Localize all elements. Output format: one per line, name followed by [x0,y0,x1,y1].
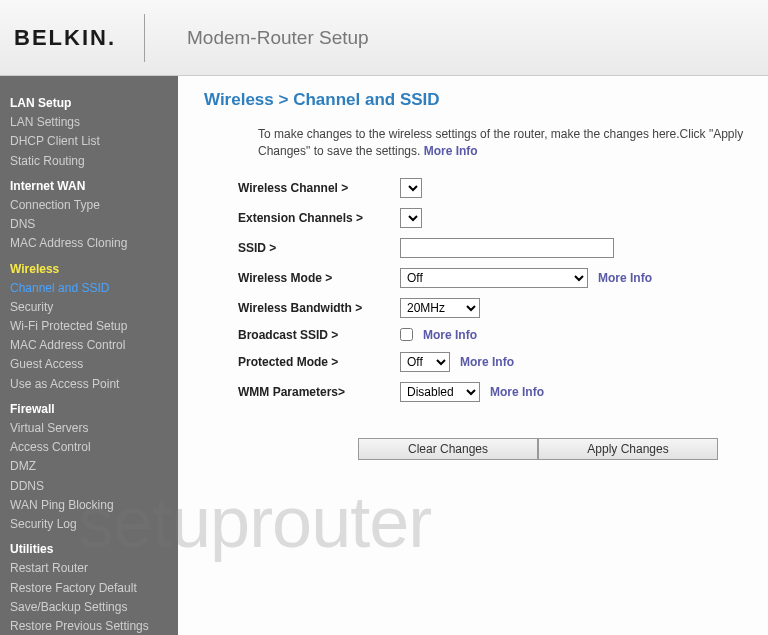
sidebar-section-head: LAN Setup [10,94,178,113]
sidebar-section-head: Utilities [10,540,178,559]
sidebar-item[interactable]: LAN Settings [10,113,178,132]
content: setuprouter Wireless > Channel and SSID … [178,76,768,635]
brand-logo: BELKIN. [0,14,145,62]
wireless-channel-select[interactable] [400,178,422,198]
sidebar-item[interactable]: Restore Factory Default [10,579,178,598]
protected-mode-label: Protected Mode > [238,355,400,369]
sidebar: LAN SetupLAN SettingsDHCP Client ListSta… [0,76,178,635]
sidebar-item[interactable]: Virtual Servers [10,419,178,438]
sidebar-item[interactable]: MAC Address Control [10,336,178,355]
intro-text: To make changes to the wireless settings… [258,126,758,160]
sidebar-item[interactable]: Security Log [10,515,178,534]
sidebar-section-head: Firewall [10,400,178,419]
intro-more-info-link[interactable]: More Info [424,144,478,158]
clear-changes-button[interactable]: Clear Changes [358,438,538,460]
sidebar-item[interactable]: Guest Access [10,355,178,374]
sidebar-item[interactable]: MAC Address Cloning [10,234,178,253]
sidebar-item[interactable]: Channel and SSID [10,279,178,298]
protected-mode-more-info-link[interactable]: More Info [460,355,514,369]
sidebar-item[interactable]: DNS [10,215,178,234]
broadcast-ssid-checkbox[interactable] [400,328,413,341]
sidebar-item[interactable]: Connection Type [10,196,178,215]
extension-channels-label: Extension Channels > [238,211,400,225]
intro-body: To make changes to the wireless settings… [258,127,743,158]
wireless-channel-label: Wireless Channel > [238,181,400,195]
sidebar-item[interactable]: DDNS [10,477,178,496]
broadcast-ssid-label: Broadcast SSID > [238,328,400,342]
extension-channels-select[interactable] [400,208,422,228]
wireless-bandwidth-label: Wireless Bandwidth > [238,301,400,315]
sidebar-section-head: Internet WAN [10,177,178,196]
wireless-bandwidth-select[interactable]: 20MHz [400,298,480,318]
sidebar-item[interactable]: Restore Previous Settings [10,617,178,635]
header-title: Modem-Router Setup [145,27,369,49]
sidebar-item[interactable]: Access Control [10,438,178,457]
sidebar-item[interactable]: Restart Router [10,559,178,578]
wireless-mode-label: Wireless Mode > [238,271,400,285]
sidebar-item[interactable]: Use as Access Point [10,375,178,394]
sidebar-item[interactable]: DMZ [10,457,178,476]
ssid-input[interactable] [400,238,614,258]
apply-changes-button[interactable]: Apply Changes [538,438,718,460]
sidebar-item[interactable]: Security [10,298,178,317]
breadcrumb: Wireless > Channel and SSID [204,90,768,110]
wmm-parameters-select[interactable]: Disabled [400,382,480,402]
sidebar-item[interactable]: DHCP Client List [10,132,178,151]
ssid-label: SSID > [238,241,400,255]
broadcast-ssid-more-info-link[interactable]: More Info [423,328,477,342]
sidebar-item[interactable]: WAN Ping Blocking [10,496,178,515]
protected-mode-select[interactable]: Off [400,352,450,372]
header: BELKIN. Modem-Router Setup [0,0,768,76]
sidebar-item[interactable]: Save/Backup Settings [10,598,178,617]
wireless-mode-select[interactable]: Off [400,268,588,288]
wireless-mode-more-info-link[interactable]: More Info [598,271,652,285]
sidebar-item[interactable]: Wi-Fi Protected Setup [10,317,178,336]
sidebar-item[interactable]: Static Routing [10,152,178,171]
sidebar-section-head: Wireless [10,260,178,279]
wmm-parameters-more-info-link[interactable]: More Info [490,385,544,399]
wmm-parameters-label: WMM Parameters> [238,385,400,399]
